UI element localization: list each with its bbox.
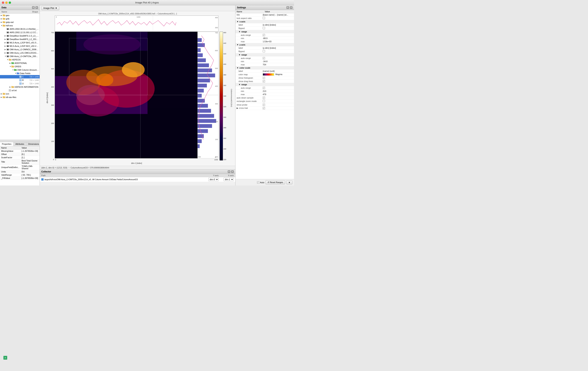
settings-row-x-max[interactable]: max 1.53e+03	[235, 40, 294, 43]
file-icon: ▦	[6, 28, 9, 30]
tree-item-mls2[interactable]: ▶ ▦ MLS-Aura_L2GP-BrO_v02-23-c01-...	[0, 44, 40, 48]
heatmap[interactable]	[55, 32, 198, 159]
y-autorange-checkbox[interactable]	[263, 57, 265, 59]
svg-rect-0	[55, 16, 218, 32]
tree-item-gstp-rad[interactable]: ▶ gstp-rad	[0, 21, 40, 24]
tree-item-omi-no2[interactable]: ▶ ▦ OMI-Aura_L2-OMNO2_2008m072...	[0, 48, 40, 51]
sync-icon[interactable]: ⟳	[32, 6, 35, 9]
tree-item-column-amount[interactable]: ColumnAmountO3 720 × 1440	[0, 75, 40, 78]
horizontal-scrollbar[interactable]	[0, 140, 40, 142]
settings-row-crosshair[interactable]: ▶cross-hair	[235, 106, 294, 110]
close-button[interactable]	[2, 1, 4, 4]
x-flipped-checkbox[interactable]	[263, 27, 265, 29]
crosshair-checkbox[interactable]	[263, 107, 265, 109]
settings-row-x-autorange[interactable]: auto-range	[235, 33, 294, 37]
tree-item-omi-col[interactable]: ▼ OMI Column Amount O3	[0, 68, 40, 72]
tree-item-airs2[interactable]: ▦ AIRS.2002.12.31.001.L2.CC_H.v4...	[0, 31, 40, 34]
settings-section-cs-range[interactable]: ▼range	[235, 83, 294, 86]
tree-item-hdfeos-info[interactable]: ▶ HDFEOS INFORMATION	[0, 85, 40, 89]
image-plot-button[interactable]: Image Plot ▼	[41, 6, 59, 10]
auto-downsample-checkbox[interactable]	[263, 97, 265, 99]
expand-icon: ▼	[239, 31, 241, 33]
minimize-button[interactable]	[5, 1, 8, 4]
tree-area[interactable]: ▶ geo ▶ grib ▶ gstp-rad ▼ hdf-eos ▦	[0, 14, 40, 140]
tree-item-data-fields[interactable]: ▼ Data Fields	[0, 72, 40, 75]
x-axis-select[interactable]: dim-1 dim-0	[223, 178, 234, 181]
auto-label: Auto	[260, 181, 264, 184]
tab-dimensions[interactable]: Dimensions	[26, 142, 41, 146]
tree-item-additional[interactable]: ▶ ADDITIONAL	[0, 61, 40, 65]
settings-section-x-range[interactable]: ▼range	[235, 30, 294, 33]
settings-row-lock-aspect[interactable]: lock aspect ratio	[235, 16, 294, 20]
settings-row-x-flipped[interactable]: flipped	[235, 27, 294, 30]
tree-item-url[interactable]: url.txt	[0, 89, 40, 92]
settings-row-show-histogram[interactable]: show histogram	[235, 76, 294, 80]
auto-checkbox[interactable]	[257, 181, 259, 184]
settings-row-y-flipped[interactable]: flipped	[235, 50, 294, 53]
tree-item-hdfeos[interactable]: ▼ HDFEOS	[0, 58, 40, 61]
tree-item-omi-o3[interactable]: ▼ ▦ OMI-Aura_L3-OMTO3e_2005m121...	[0, 54, 40, 58]
collector-yaxis-cell: dim-0 dim-1	[201, 178, 219, 181]
tree-item-uv-aerosol[interactable]: UVAerosolIndex 720 × 1440	[0, 82, 40, 85]
sync-icon[interactable]: ⟳	[286, 6, 289, 9]
settings-area[interactable]: title {base-name} -- {name} {sl... lock …	[235, 13, 294, 179]
tab-attributes[interactable]: Attributes	[13, 142, 26, 146]
tab-properties[interactable]: Properties	[0, 142, 13, 146]
tree-item-grib[interactable]: ▶ grib	[0, 17, 40, 21]
settings-row-cs-label[interactable]: label {name} {unit}	[235, 70, 294, 73]
settings-section-xaxis[interactable]: ▼x-axis	[235, 20, 294, 23]
tree-item-hdf-eos[interactable]: ▼ hdf-eos	[0, 24, 40, 27]
show-probe-checkbox[interactable]	[263, 104, 265, 106]
settings-row-auto-downsample[interactable]: auto down sample	[235, 96, 294, 99]
show-drag-lines-checkbox[interactable]	[263, 80, 265, 82]
tree-item-geo[interactable]: ▶ geo	[0, 14, 40, 17]
settings-section-y-range[interactable]: ▼range	[235, 53, 294, 56]
tree-item-idl-sav[interactable]: ▶ idl-sav-files	[0, 95, 40, 99]
y-axis-select[interactable]: dim-0 dim-1	[208, 178, 219, 181]
settings-row-cs-max[interactable]: max 479	[235, 93, 294, 96]
rect-zoom-checkbox[interactable]	[263, 100, 265, 102]
tree-item-reflectivity[interactable]: Reflectivity331 720 × 1440	[0, 78, 40, 82]
settings-row-y-autorange[interactable]: auto-range	[235, 56, 294, 60]
auto-checkbox-label[interactable]: Auto	[257, 181, 264, 184]
settings-row-x-min[interactable]: min -88.9	[235, 37, 294, 40]
svg-rect-20	[198, 48, 201, 52]
fullscreen-button[interactable]	[9, 1, 11, 4]
tree-item-omi-cldo[interactable]: ▶ ▦ OMI-Aura_L2G-OMCLDO2G_2007...	[0, 51, 40, 54]
tree-item-icm[interactable]: ▶ icm	[0, 92, 40, 95]
tree-item-deepblue2[interactable]: ▶ ▦ DeepBlue-SeaWiFS_L2_20101211T...	[0, 38, 40, 41]
settings-row-show-probe[interactable]: show probe	[235, 103, 294, 106]
close-icon[interactable]: ✕	[290, 6, 293, 9]
settings-section-yaxis[interactable]: ▼y-axis	[235, 43, 294, 46]
tree-item-airs1[interactable]: ▦ AIRS.2002.08.01.L3.RetStd_H031...	[0, 27, 40, 31]
settings-row-y-label[interactable]: label {y-dim} [index]	[235, 46, 294, 50]
settings-row-cs-autorange[interactable]: auto-range	[235, 86, 294, 90]
close-panel-icon[interactable]: ✕	[35, 6, 38, 9]
x-autorange-checkbox[interactable]	[263, 34, 265, 36]
lock-aspect-checkbox[interactable]	[263, 17, 265, 19]
settings-dropdown-button[interactable]: ▼	[286, 180, 293, 184]
settings-section-colorscale[interactable]: ▼color scale	[235, 66, 294, 70]
settings-row-colormap[interactable]: color map Magma	[235, 73, 294, 76]
settings-row-x-label[interactable]: label {x-dim} [index]	[235, 23, 294, 27]
settings-row-y-max[interactable]: max 754	[235, 63, 294, 66]
close-icon[interactable]: ✕	[231, 170, 234, 173]
show-histogram-checkbox[interactable]	[263, 77, 265, 79]
settings-row-rect-zoom[interactable]: rectangle zoom mode	[235, 99, 294, 103]
tree-item-mls1[interactable]: ▶ ▦ MLS-Aura_L2GP-BrO_v01-52-c01-...	[0, 41, 40, 44]
y-flipped-checkbox[interactable]	[263, 50, 265, 52]
grid-icon	[41, 178, 43, 180]
tree-item-grids[interactable]: ▼ GRIDS	[0, 65, 40, 68]
reset-ranges-button[interactable]: ↺ Reset Ranges	[265, 180, 285, 184]
settings-row-y-min[interactable]: min -34.8	[235, 60, 294, 63]
window-title: Image Plot #0 | Argos	[135, 1, 159, 4]
settings-row-title[interactable]: title {base-name} -- {name} {sl...	[235, 13, 294, 16]
settings-footer: Auto ↺ Reset Ranges ▼	[235, 179, 294, 186]
reset-ranges-label: Reset Ranges	[270, 181, 283, 183]
cs-autorange-checkbox[interactable]	[263, 87, 265, 89]
sync-icon[interactable]: ⟳	[228, 170, 230, 173]
tree-item-deepblue1[interactable]: ▶ ▦ DeepBlue-SeaWiFS-1.0_L3_20100...	[0, 34, 40, 38]
settings-row-show-drag-lines[interactable]: show drag lines	[235, 80, 294, 83]
settings-row-cs-min[interactable]: min 213	[235, 90, 294, 93]
folder-icon	[17, 72, 19, 74]
